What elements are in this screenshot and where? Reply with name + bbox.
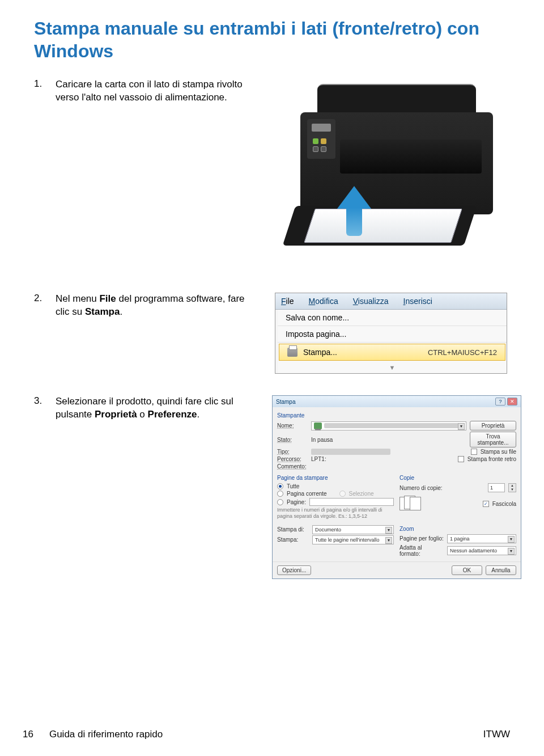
step-text: Caricare la carta con il lato di stampa … [56,78,249,271]
footer-code: ITWW [483,729,510,740]
ok-button[interactable]: OK [452,565,482,575]
copies-spinner[interactable]: ▲▼ [508,483,516,492]
menu-inserisci[interactable]: Inserisci [403,297,432,306]
shortcut-label: CTRL+MAIUSC+F12 [428,348,497,357]
copies-input[interactable]: 1 [488,483,505,492]
opzioni-button[interactable]: Opzioni... [277,565,311,575]
stampa-su-file-checkbox[interactable] [471,449,477,455]
menu-file[interactable]: FFileile [281,297,294,306]
menu-modifica[interactable]: Modifica [309,297,338,306]
close-button[interactable]: ✕ [507,398,517,406]
radio-tutte[interactable] [277,483,283,489]
printer-select[interactable]: ▼ [311,421,466,430]
collate-icon [400,496,422,512]
step-number: 3. [34,395,45,579]
file-menu-screenshot: FFileile Modifica Visualizza Inserisci S… [275,293,507,374]
step-1: 1. Caricare la carta con il lato di stam… [34,78,510,271]
print-icon [287,348,298,357]
menu-visualizza[interactable]: Visualizza [353,297,389,306]
pagine-input[interactable] [309,498,394,506]
proprieta-button[interactable]: Proprietà [470,421,516,430]
page-footer: 16 Guida di riferimento rapido ITWW [23,729,510,740]
page-title: Stampa manuale su entrambi i lati (front… [34,17,510,62]
radio-pagine[interactable] [277,499,283,505]
stampa-range-select[interactable]: Tutte le pagine nell'intervallo▼ [312,535,394,544]
step-2: 2. Nel menu File del programma software,… [34,293,510,374]
step-text: Selezionare il prodotto, quindi fare cli… [56,395,249,579]
fascicola-checkbox[interactable]: ✓ [483,501,489,507]
step-number: 1. [34,78,45,271]
step-number: 2. [34,293,45,374]
printer-icon [314,423,322,429]
menu-expand-icon[interactable]: ▼ [278,362,507,373]
fronte-retro-checkbox[interactable] [458,456,464,462]
menu-item-salva[interactable]: Salva con nome... [278,310,507,326]
annulla-button[interactable]: Annulla [486,565,516,575]
print-dialog: Stampa ? ✕ Stampante Nome: ▼ Proprietà [272,395,521,579]
arrow-up-icon [334,186,374,237]
dialog-titlebar: Stampa ? ✕ [273,396,521,407]
printer-illustration [283,78,499,271]
stampa-di-select[interactable]: Documento▼ [312,525,394,534]
adatta-formato-select[interactable]: Nessun adattamento▼ [447,546,516,555]
menubar: FFileile Modifica Visualizza Inserisci [275,293,507,310]
radio-corrente[interactable] [277,491,283,497]
pagine-per-foglio-select[interactable]: 1 pagina▼ [447,534,516,543]
radio-selezione[interactable] [339,491,346,497]
menu-item-stampa[interactable]: Stampa... CTRL+MAIUSC+F12 [279,344,505,361]
help-button[interactable]: ? [495,398,505,406]
step-text: Nel menu File del programma software, fa… [56,293,249,374]
group-printer: Stampante [277,412,516,419]
step-3: 3. Selezionare il prodotto, quindi fare … [34,395,510,579]
page-number: 16 [23,729,33,740]
trova-stampante-button[interactable]: Trova stampante... [470,432,516,447]
menu-item-imposta[interactable]: Imposta pagina... [278,326,507,343]
doc-title: Guida di riferimento rapido [49,729,163,740]
